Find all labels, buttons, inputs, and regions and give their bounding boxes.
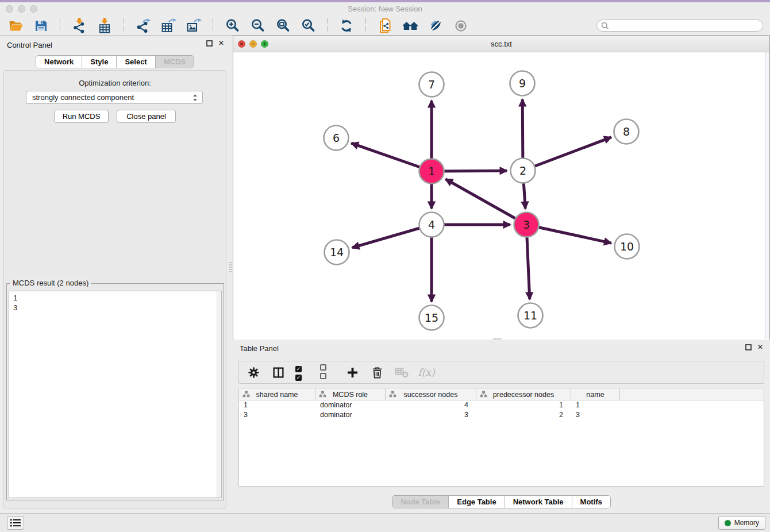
table-tabs: Node TableEdge TableNetwork TableMotifs <box>233 495 770 508</box>
table-row[interactable]: 3dominator323 <box>239 410 764 420</box>
criterion-value: strongly connected component <box>32 93 134 102</box>
tab-mcds[interactable]: MCDS <box>155 56 194 68</box>
show-graphics-button[interactable] <box>452 18 469 34</box>
function-builder-button[interactable]: f(x) <box>419 364 434 380</box>
zoom-selected-button[interactable] <box>299 18 317 34</box>
export-network-button[interactable] <box>134 18 152 34</box>
cell-predecessor-nodes: 1 <box>476 400 571 410</box>
show-columns-button[interactable] <box>271 364 286 380</box>
import-table-icon <box>98 18 111 33</box>
cell-successor-nodes: 4 <box>386 400 476 410</box>
table-tab-edge-table[interactable]: Edge Table <box>448 496 504 508</box>
delete-table-button[interactable] <box>394 364 409 380</box>
run-mcds-button[interactable]: Run MCDS <box>54 110 109 123</box>
zoom-fit-button[interactable] <box>274 18 291 34</box>
import-network-button[interactable] <box>71 18 88 34</box>
svg-text:8: 8 <box>623 125 630 138</box>
column-header-shared-name[interactable]: shared name <box>239 388 315 400</box>
cell-name: 1 <box>571 400 620 410</box>
node-2[interactable]: 2 <box>511 159 536 183</box>
result-line: 3 <box>9 303 221 313</box>
node-9[interactable]: 9 <box>510 71 535 96</box>
refresh-button[interactable] <box>338 18 355 34</box>
tree-column-icon <box>480 391 487 398</box>
delete-column-button[interactable] <box>369 364 384 380</box>
trash-icon <box>372 367 383 379</box>
titlebar: Session: New Session <box>0 2 770 16</box>
search-input[interactable] <box>596 20 763 32</box>
zoom-fit-icon <box>276 18 290 33</box>
close-panel-button[interactable]: Close panel <box>117 110 176 123</box>
network-canvas[interactable]: 7968124314101511 <box>233 52 769 340</box>
memory-button[interactable]: Memory <box>718 516 765 530</box>
table-body: 1dominator4113dominator323 <box>239 400 764 419</box>
optimization-criterion-label: Optimization criterion: <box>0 79 230 87</box>
table-tab-network-table[interactable]: Network Table <box>505 496 572 508</box>
cell-mcds-role: dominator <box>315 410 386 419</box>
node-6[interactable]: 6 <box>324 126 349 151</box>
node-14[interactable]: 14 <box>325 240 349 265</box>
save-session-button[interactable] <box>32 18 49 34</box>
table-tab-motifs[interactable]: Motifs <box>572 496 610 508</box>
svg-text:11: 11 <box>523 309 537 322</box>
memory-status-icon <box>725 520 731 526</box>
edge-3-1[interactable] <box>445 179 526 225</box>
table-tab-node-table[interactable]: Node Table <box>392 496 448 508</box>
select-all-columns-button[interactable]: ✓✓ <box>295 364 310 380</box>
home-button[interactable] <box>402 18 419 34</box>
export-image-button[interactable] <box>185 18 202 34</box>
search-icon <box>601 22 609 30</box>
duplicate-network-button[interactable] <box>376 18 394 34</box>
zoom-out-button[interactable] <box>249 18 266 34</box>
table-panel-title: Table Panel <box>240 344 279 353</box>
network-scrollbar[interactable] <box>765 52 769 339</box>
import-network-icon <box>72 18 86 33</box>
create-column-button[interactable] <box>345 364 360 380</box>
column-header-successor-nodes[interactable]: successor nodes <box>386 388 476 400</box>
node-10[interactable]: 10 <box>615 234 640 259</box>
node-15[interactable]: 15 <box>419 306 444 330</box>
node-7[interactable]: 7 <box>419 72 444 97</box>
style-button[interactable] <box>427 18 444 34</box>
search-box <box>596 20 763 32</box>
column-header-mcds-role[interactable]: MCDS role <box>315 388 386 400</box>
open-session-button[interactable] <box>7 18 24 34</box>
tree-column-icon <box>319 391 326 398</box>
column-header-name[interactable]: name <box>571 388 620 400</box>
list-icon <box>10 518 21 527</box>
node-11[interactable]: 11 <box>518 303 543 328</box>
table-settings-button[interactable] <box>246 364 261 380</box>
toolbar-separator <box>60 18 60 33</box>
node-4[interactable]: 4 <box>419 213 444 237</box>
tree-column-icon <box>242 391 250 398</box>
tab-network[interactable]: Network <box>36 56 82 68</box>
zoom-in-button[interactable] <box>224 18 241 34</box>
node-1[interactable]: 1 <box>419 159 444 184</box>
edge-2-8[interactable] <box>523 137 611 171</box>
mcds-result-list[interactable]: 13 <box>9 291 222 498</box>
tab-style[interactable]: Style <box>82 56 116 68</box>
node-8[interactable]: 8 <box>614 119 639 144</box>
export-image-icon <box>186 18 202 33</box>
import-table-button[interactable] <box>96 18 113 34</box>
cell-shared-name: 3 <box>239 410 315 419</box>
float-table-panel-icon[interactable] <box>745 344 752 350</box>
close-table-panel-icon[interactable]: ✕ <box>757 344 763 350</box>
unselect-all-columns-button[interactable] <box>320 364 335 380</box>
splitter-grip[interactable] <box>229 262 232 272</box>
result-scrollbar[interactable] <box>217 291 221 498</box>
mcds-result-group: MCDS result (2 nodes) 13 <box>6 283 224 500</box>
criterion-select[interactable]: strongly connected component <box>26 91 203 104</box>
node-3[interactable]: 3 <box>514 213 539 237</box>
column-header-predecessor-nodes[interactable]: predecessor nodes <box>476 388 571 400</box>
network-window-titlebar[interactable]: scc.txt <box>233 36 769 52</box>
task-history-button[interactable] <box>7 516 24 530</box>
float-panel-icon[interactable] <box>206 40 213 47</box>
export-table-button[interactable] <box>160 18 177 34</box>
svg-text:6: 6 <box>333 132 340 144</box>
close-panel-icon[interactable]: ✕ <box>218 40 224 47</box>
svg-text:9: 9 <box>519 77 526 90</box>
svg-text:10: 10 <box>620 240 634 253</box>
tab-select[interactable]: Select <box>116 56 155 68</box>
table-row[interactable]: 1dominator411 <box>239 400 764 410</box>
